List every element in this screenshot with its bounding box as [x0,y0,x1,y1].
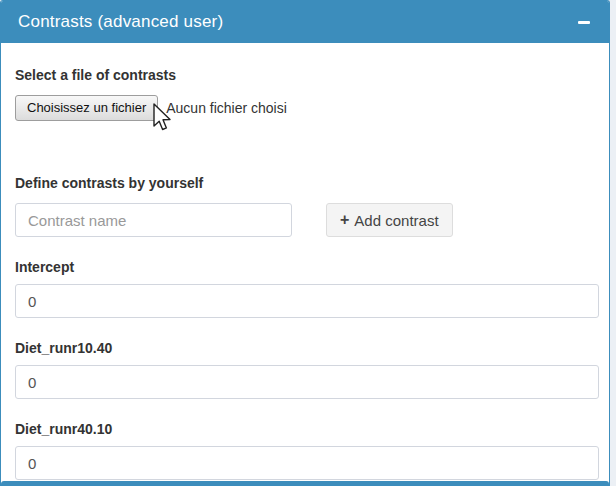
field-group-diet-runr10-40: Diet_runr10.40 [15,340,597,399]
panel-header: Contrasts (advanced user) [1,1,609,43]
diet-runr10-40-input[interactable] [15,365,599,399]
plus-icon: + [340,212,349,228]
contrasts-panel: Contrasts (advanced user) Select a file … [0,0,610,486]
add-contrast-button[interactable]: + Add contrast [326,203,453,237]
define-contrast-row: + Add contrast [15,203,597,237]
next-panel-header-edge [1,481,609,486]
diet-runr40-10-input[interactable] [15,446,599,480]
minus-icon [578,21,590,24]
add-contrast-label: Add contrast [354,212,438,229]
panel-body: Select a file of contrasts Choisissez un… [1,43,609,480]
diet-runr10-40-label: Diet_runr10.40 [15,340,597,356]
file-section-label: Select a file of contrasts [15,67,597,83]
file-status-text: Aucun fichier choisi [166,100,287,116]
file-input-row: Choisissez un fichier Aucun fichier choi… [15,95,597,121]
field-group-diet-runr40-10: Diet_runr40.10 [15,421,597,480]
choose-file-button[interactable]: Choisissez un fichier [15,95,158,121]
contrast-name-input[interactable] [15,203,292,237]
panel-title: Contrasts (advanced user) [18,12,223,32]
collapse-button[interactable] [576,17,592,28]
field-group-intercept: Intercept [15,259,597,318]
intercept-label: Intercept [15,259,597,275]
diet-runr40-10-label: Diet_runr40.10 [15,421,597,437]
define-section-label: Define contrasts by yourself [15,175,597,191]
intercept-input[interactable] [15,284,599,318]
